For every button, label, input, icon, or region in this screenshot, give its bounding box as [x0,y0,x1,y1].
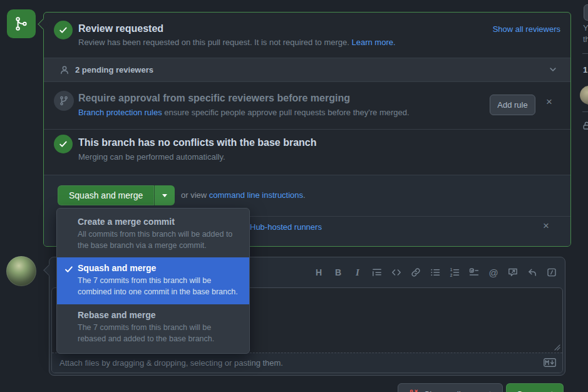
quote-icon[interactable] [371,267,383,278]
divider [582,53,588,54]
or-view-text: or view [181,190,209,200]
link-icon[interactable] [410,267,421,278]
menu-item-description: The 7 commits from this branch will be r… [78,322,239,344]
branch-protection-text: ensure specific people approve pull requ… [162,108,410,117]
pending-reviewers-row[interactable]: 2 pending reviewers [44,58,570,82]
code-icon[interactable] [391,267,402,278]
learn-more-link[interactable]: Learn more. [349,38,396,47]
sidebar-text-fragment: th [583,34,588,44]
ordered-list-icon[interactable]: 12 [449,267,460,278]
git-branch-icon [54,91,74,111]
markdown-icon [544,358,556,367]
sidebar-partial-button[interactable] [584,4,588,21]
slash-command-icon[interactable] [546,267,557,278]
merge-method-menu: Create a merge commit All commits from t… [56,208,250,354]
menu-item-title: Rebase and merge [78,310,239,320]
menu-item-rebase-and-merge[interactable]: Rebase and merge The 7 commits from this… [57,304,249,351]
branch-protection-title: Require approval from specific reviewers… [78,93,350,104]
git-merge-icon [7,9,36,38]
command-line-hint: or view command line instructions. [181,190,306,200]
hosted-runners-link-fragment[interactable]: Hub-hosted runners [250,222,322,232]
review-requested-title: Review requested [78,23,163,34]
dismiss-runners-icon[interactable]: × [543,220,549,231]
menu-item-squash-and-merge[interactable]: Squash and merge The 7 commits from this… [57,257,249,304]
branch-protection-rules-link[interactable]: Branch protection rules [78,108,162,117]
bold-icon[interactable]: B [333,267,344,278]
merge-options-caret-button[interactable] [154,185,175,205]
menu-item-title: Squash and merge [78,263,239,273]
pull-request-closed-icon [409,389,419,392]
close-pull-request-label: Close pull request [423,389,491,392]
squash-and-merge-button[interactable]: Squash and merge [58,185,154,205]
review-requested-description: Review has been requested on this pull r… [78,38,396,47]
no-conflicts-description: Merging can be performed automatically. [78,152,225,162]
task-list-icon[interactable] [468,267,480,278]
chevron-down-icon[interactable] [548,64,558,75]
attach-files-bar[interactable]: Attach files by dragging & dropping, sel… [52,353,562,373]
period-text: . [303,190,306,200]
caret-down-icon [162,194,167,197]
italic-icon[interactable]: I [352,267,363,278]
menu-item-title: Create a merge commit [78,217,239,227]
sidebar-count-fragment: 1 [583,65,587,75]
reply-icon[interactable] [527,267,538,278]
sidebar-text-fragment: Y [583,23,588,33]
reviewer-avatar[interactable] [580,86,588,105]
attach-files-text: Attach files by dragging & dropping, sel… [59,358,283,368]
unordered-list-icon[interactable] [430,267,441,278]
divider [582,111,588,112]
menu-item-description: The 7 commits from this branch will be c… [78,275,239,297]
menu-item-description: All commits from this branch will be add… [78,229,239,251]
lock-icon [582,121,588,131]
pending-reviewers-label: 2 pending reviewers [75,65,153,75]
check-circle-icon [54,21,73,39]
resize-grip-icon[interactable] [553,343,560,351]
check-icon [64,264,74,274]
menu-item-create-merge-commit[interactable]: Create a merge commit All commits from t… [57,211,249,257]
add-rule-button[interactable]: Add rule [490,95,535,115]
divider [44,129,570,130]
divider [237,216,570,217]
merge-button-group: Squash and merge [58,185,175,205]
dismiss-protection-icon[interactable]: × [546,96,552,107]
close-pull-request-button[interactable]: Close pull request [398,383,503,392]
review-requested-text: Review has been requested on this pull r… [78,38,349,47]
command-line-instructions-link[interactable]: command line instructions [209,190,303,200]
show-all-reviewers-link[interactable]: Show all reviewers [493,24,560,34]
branch-protection-description: Branch protection rules ensure specific … [78,108,410,117]
svg-text:2: 2 [450,273,453,277]
user-avatar[interactable] [6,256,36,286]
comment-button[interactable]: Comment [506,383,564,392]
person-icon [59,65,70,75]
no-conflicts-title: This branch has no conflicts with the ba… [78,137,317,148]
heading-icon[interactable]: H [313,267,324,278]
mention-icon[interactable]: @ [488,267,499,278]
svg-text:1: 1 [450,267,453,272]
check-circle-icon [54,135,73,153]
cross-reference-icon[interactable] [507,267,518,278]
